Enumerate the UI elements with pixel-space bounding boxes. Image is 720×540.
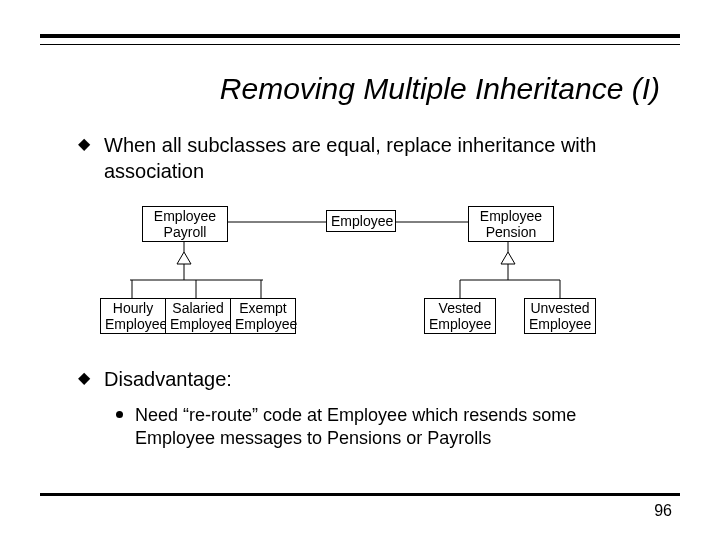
svg-marker-1 (177, 252, 191, 264)
rule-thick (40, 34, 680, 38)
page-number: 96 (654, 502, 672, 520)
box-employee-pension: Employee Pension (468, 206, 554, 242)
inheritance-diagram: Employee Payroll Employee Employee Pensi… (98, 202, 658, 342)
sub-bullet-1: Need “re-route” code at Employee which r… (116, 404, 660, 450)
sub-bullet-1-text: Need “re-route” code at Employee which r… (135, 404, 660, 450)
box-salaried-employee: Salaried Employee (165, 298, 231, 334)
bullet-2-text: Disadvantage: (104, 366, 232, 392)
dot-bullet-icon (116, 411, 123, 418)
box-exempt-employee: Exempt Employee (230, 298, 296, 334)
rule-bottom (40, 493, 680, 496)
bullet-1-text: When all subclasses are equal, replace i… (104, 132, 660, 184)
body: ◆ When all subclasses are equal, replace… (78, 132, 660, 450)
diamond-bullet-icon: ◆ (78, 366, 90, 392)
box-unvested-employee: Unvested Employee (524, 298, 596, 334)
diamond-bullet-icon: ◆ (78, 132, 90, 184)
bullet-2: ◆ Disadvantage: (78, 366, 660, 392)
bullet-1: ◆ When all subclasses are equal, replace… (78, 132, 660, 184)
slide: Removing Multiple Inheritance (I) ◆ When… (0, 0, 720, 540)
box-vested-employee: Vested Employee (424, 298, 496, 334)
box-employee-payroll: Employee Payroll (142, 206, 228, 242)
page-title: Removing Multiple Inheritance (I) (0, 72, 660, 106)
svg-marker-10 (501, 252, 515, 264)
rule-thin (40, 44, 680, 45)
box-hourly-employee: Hourly Employee (100, 298, 166, 334)
box-employee: Employee (326, 210, 396, 232)
